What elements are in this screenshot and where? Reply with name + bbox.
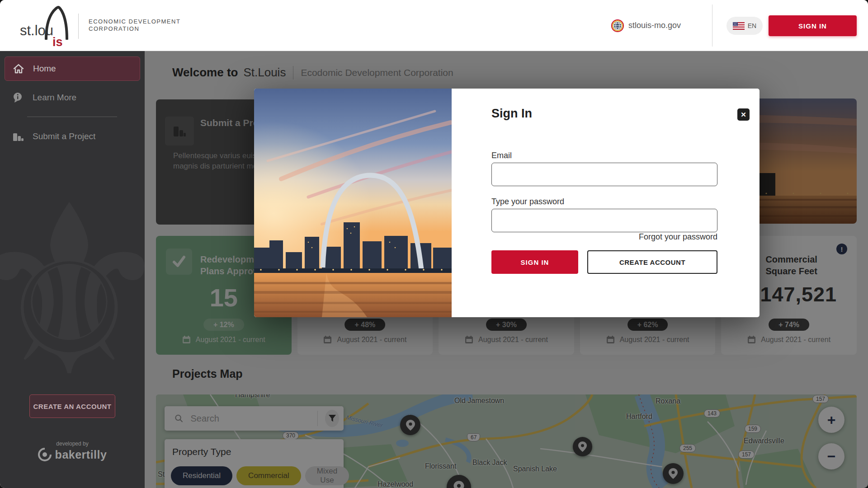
developer-credit: developed by bakertilly — [0, 441, 145, 461]
header-divider — [712, 5, 712, 47]
sidebar-item-label: Submit a Project — [33, 131, 95, 141]
language-selector[interactable]: EN — [726, 17, 763, 35]
sidebar-item-learn-more[interactable]: Learn More — [0, 89, 145, 107]
sidebar-divider — [27, 117, 117, 117]
sidebar-item-home[interactable]: Home — [5, 56, 140, 81]
header-sign-in-button[interactable]: SIGN IN — [769, 15, 857, 36]
brand-line2: CORPORATION — [89, 25, 180, 33]
bar-chart-icon — [13, 131, 24, 141]
top-header: st.lou is ECONOMIC DEVELOPMENT CORPORATI… — [0, 0, 868, 51]
sidebar-item-label: Learn More — [33, 93, 76, 103]
arch-photo — [254, 89, 452, 317]
logo-accent-text: is — [52, 35, 63, 49]
email-field[interactable] — [491, 163, 717, 186]
brand-line1: ECONOMIC DEVELOPMENT — [89, 18, 180, 25]
email-label: Email — [491, 151, 512, 160]
developer-name: bakertilly — [55, 448, 107, 461]
modal-sign-in-button[interactable]: SIGN IN — [491, 250, 578, 274]
password-label: Type your password — [491, 197, 564, 206]
forgot-password-link[interactable]: Forgot your password — [491, 232, 717, 242]
sign-in-modal: Sign In ✕ Email Type your password Forgo… — [254, 89, 760, 317]
close-icon[interactable]: ✕ — [737, 108, 750, 121]
sidebar-item-label: Home — [33, 64, 56, 74]
stlouis-logo[interactable]: st.lou is — [20, 5, 79, 47]
home-icon — [13, 64, 24, 74]
sidebar: ⚜ Home Learn More Submit a Pr — [0, 51, 145, 488]
globe-seal-icon — [611, 19, 624, 32]
sidebar-item-submit-project[interactable]: Submit a Project — [0, 127, 145, 145]
bakertilly-logo-icon — [38, 448, 52, 461]
site-link-text: stlouis-mo.gov — [628, 21, 681, 30]
app-window: st.lou is ECONOMIC DEVELOPMENT CORPORATI… — [0, 0, 868, 488]
developed-by-label: developed by — [0, 441, 145, 447]
gateway-arch-icon — [43, 5, 71, 40]
info-bubble-icon — [13, 92, 24, 103]
modal-title: Sign In — [491, 107, 532, 121]
us-flag-icon — [733, 22, 745, 30]
fleur-de-lis-watermark: ⚜ — [0, 155, 145, 429]
brand-name: ECONOMIC DEVELOPMENT CORPORATION — [89, 18, 180, 33]
logo-divider — [78, 14, 79, 39]
modal-create-account-button[interactable]: CREATE ACCOUNT — [587, 250, 717, 274]
create-account-button[interactable]: CREATE AN ACCOUNT — [29, 394, 115, 418]
password-field[interactable] — [491, 209, 717, 232]
city-site-link[interactable]: stlouis-mo.gov — [611, 0, 681, 51]
language-code: EN — [748, 22, 756, 29]
